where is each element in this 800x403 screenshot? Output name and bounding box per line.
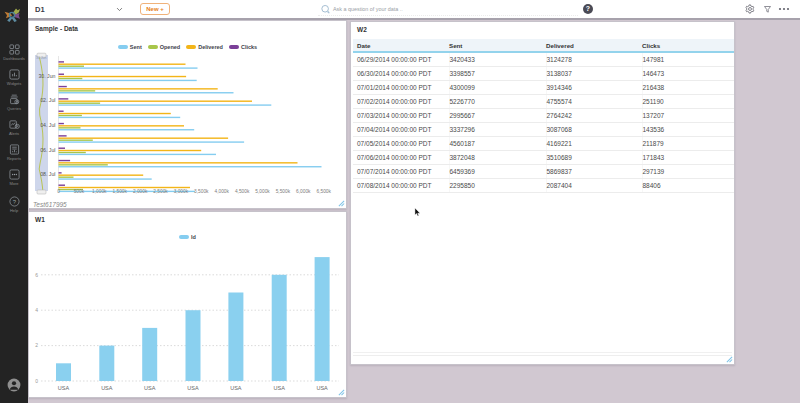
svg-text:08. Jul: 08. Jul	[40, 171, 55, 177]
svg-text:04. Jul: 04. Jul	[40, 122, 55, 128]
svg-text:6: 6	[35, 272, 38, 278]
svg-text:3,500k: 3,500k	[194, 189, 209, 194]
svg-text:USA: USA	[144, 385, 156, 391]
svg-text:0: 0	[57, 189, 60, 194]
svg-text:2: 2	[35, 342, 38, 348]
svg-text:2,500k: 2,500k	[153, 189, 168, 194]
svg-text:USA: USA	[274, 385, 286, 391]
svg-text:USA: USA	[101, 385, 113, 391]
svg-text:6,000k: 6,000k	[296, 189, 311, 194]
svg-text:06. Jul: 06. Jul	[40, 147, 55, 153]
svg-text:USA: USA	[316, 385, 328, 391]
svg-text:30 Jun: 30 Jun	[36, 56, 47, 60]
svg-text:02. Jul: 02. Jul	[40, 97, 55, 103]
svg-text:USA: USA	[187, 385, 199, 391]
svg-text:4: 4	[35, 307, 38, 313]
svg-text:2,000k: 2,000k	[133, 189, 148, 194]
svg-text:4,500k: 4,500k	[235, 189, 250, 194]
svg-text:500k: 500k	[74, 189, 85, 194]
svg-text:USA: USA	[58, 385, 70, 391]
svg-text:1,000k: 1,000k	[92, 189, 107, 194]
svg-text:30. Jun: 30. Jun	[38, 73, 55, 79]
svg-text:1,500k: 1,500k	[112, 189, 127, 194]
svg-text:4,000k: 4,000k	[214, 189, 229, 194]
svg-text:?: ?	[12, 199, 16, 205]
svg-text:6,500k: 6,500k	[316, 189, 331, 194]
svg-text:5,500k: 5,500k	[276, 189, 291, 194]
svg-text:USA: USA	[230, 385, 242, 391]
svg-text:3,000k: 3,000k	[174, 189, 189, 194]
svg-text:0: 0	[35, 378, 38, 384]
svg-text:5,000k: 5,000k	[255, 189, 270, 194]
